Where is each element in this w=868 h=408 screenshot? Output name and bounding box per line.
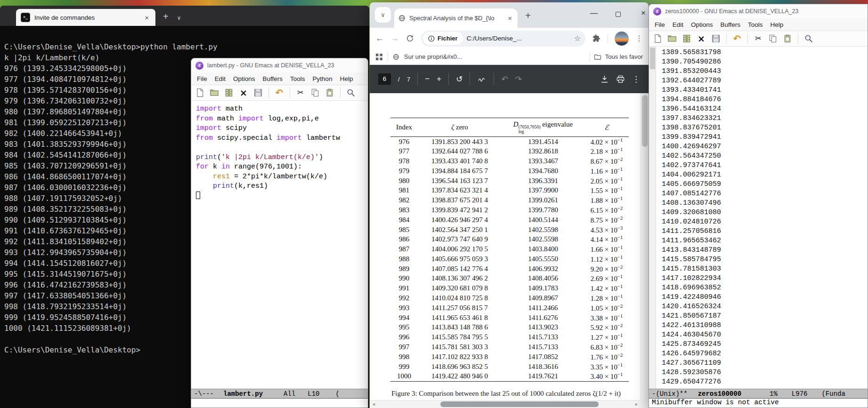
- lambert-menubar[interactable]: FileEditOptionsBuffersToolsPythonHelp: [191, 72, 368, 85]
- lambert-code[interactable]: import mathfrom math import log,exp,pi,e…: [191, 101, 368, 389]
- cell-eigenvalue: 1402.5598: [502, 225, 584, 235]
- lambert-toolbar[interactable]: ×↶✂: [191, 85, 368, 101]
- paste-icon[interactable]: [324, 87, 335, 98]
- table-row: 9761391.853 200 443 31391.45144.02 × 10−…: [390, 136, 629, 146]
- pdf-page-input[interactable]: 6: [378, 73, 391, 85]
- tab-search-chevron-icon[interactable]: ∨: [375, 7, 391, 23]
- scroll-right-icon[interactable]: ►: [633, 402, 641, 407]
- profile-avatar[interactable]: [615, 32, 629, 46]
- table-row: 9791394.884 184 675 71394.76801.16 × 10−…: [390, 166, 629, 176]
- cut-icon[interactable]: ✂: [295, 87, 306, 98]
- download-icon[interactable]: [600, 75, 609, 84]
- tab-close-icon[interactable]: ×: [506, 14, 513, 22]
- scrollbar-thumb[interactable]: [440, 401, 599, 407]
- table-row: 9891407.085 142 776 41406.99329.20 × 10−…: [390, 264, 629, 274]
- zeros-buffer-text[interactable]: 1389.5658317981390.7054902861391.8532004…: [656, 47, 868, 389]
- buffer-line: 1399.839472941: [662, 133, 868, 142]
- terminal-tab[interactable]: >_ Invite de commandes ×: [16, 9, 155, 26]
- menu-item-buffers[interactable]: Buffers: [717, 21, 745, 28]
- zoom-in-button[interactable]: +: [437, 74, 441, 84]
- save-icon[interactable]: [710, 33, 722, 44]
- menu-item-buffers[interactable]: Buffers: [259, 75, 287, 82]
- redo-icon[interactable]: ↷: [515, 74, 522, 84]
- search-icon[interactable]: [345, 87, 357, 98]
- zeros-menubar[interactable]: FileEditOptionsBuffersToolsHelp: [649, 18, 868, 31]
- save-icon[interactable]: [252, 87, 264, 98]
- new-tab-button[interactable]: +: [525, 10, 531, 21]
- zeros-scrollbar[interactable]: [649, 47, 656, 389]
- figure-caption: Figure 3: Comparison between the last 25…: [391, 390, 627, 398]
- scrollbar-thumb[interactable]: [642, 95, 648, 147]
- undo-icon[interactable]: ↶: [501, 74, 508, 84]
- annotate-pen-icon[interactable]: [477, 74, 487, 84]
- search-icon[interactable]: [803, 33, 814, 44]
- close-buffer-icon[interactable]: ×: [238, 87, 249, 98]
- zoom-out-button[interactable]: −: [425, 74, 430, 84]
- menu-item-edit[interactable]: Edit: [211, 75, 229, 82]
- pdf-toolbar-separator: [470, 73, 470, 85]
- menu-item-tools[interactable]: Tools: [286, 75, 309, 82]
- new-tab-button[interactable]: +: [163, 11, 169, 22]
- emacs-zeros-titlebar[interactable]: ε zeros100000 - GNU Emacs at DENISE_VELL…: [649, 4, 868, 18]
- paste-icon[interactable]: [782, 33, 793, 44]
- url-scheme-chip[interactable]: Fichier: [423, 32, 463, 45]
- copy-icon[interactable]: [309, 87, 321, 98]
- pdf-menu-icon[interactable]: ⋮: [632, 74, 640, 84]
- rotate-icon[interactable]: ↺: [456, 74, 462, 84]
- bookmark-item[interactable]: Sur une propri&#x0...: [404, 53, 462, 60]
- tab-close-icon[interactable]: ×: [143, 14, 151, 22]
- pdf-vertical-scrollbar[interactable]: [641, 93, 649, 400]
- scrollbar-thumb[interactable]: [650, 48, 655, 69]
- open-folder-icon[interactable]: [209, 87, 220, 98]
- emacs-lambert-titlebar[interactable]: ε lambert.py - GNU Emacs at DENISE_VELLA…: [191, 58, 368, 72]
- open-folder-icon[interactable]: [666, 33, 678, 44]
- forward-icon[interactable]: →: [390, 33, 399, 43]
- dired-icon[interactable]: [681, 33, 692, 44]
- browser-tab[interactable]: Spectral Analysis of the $D_{\lo ×: [394, 8, 518, 28]
- browser-menu-icon[interactable]: ⋮: [635, 34, 643, 43]
- cell-zeta-zero: 1410.024 810 725 8: [418, 293, 502, 303]
- pdf-horizontal-scrollbar[interactable]: ◄ ►: [370, 400, 641, 408]
- terminal-tab-bar[interactable]: >_ Invite de commandes × + ∨: [0, 6, 369, 26]
- menu-item-options[interactable]: Options: [229, 75, 259, 82]
- cut-icon[interactable]: ✂: [753, 33, 764, 44]
- new-file-icon[interactable]: [652, 33, 663, 44]
- minimize-icon[interactable]: —: [590, 9, 598, 17]
- dired-icon[interactable]: [223, 87, 235, 98]
- apps-grid-icon[interactable]: [375, 53, 383, 61]
- table-row: 9801396.544 163 123 71396.33912.05 × 10−…: [390, 176, 629, 186]
- menu-item-tools[interactable]: Tools: [744, 21, 767, 28]
- copy-icon[interactable]: [767, 33, 779, 44]
- cell-zeta-zero: 1411.257 056 815 7: [418, 303, 502, 313]
- undo-icon[interactable]: ↶: [274, 87, 285, 98]
- menu-item-options[interactable]: Options: [687, 21, 717, 28]
- cell-zeta-zero: 1397.834 623 321 4: [418, 185, 502, 195]
- menu-item-file[interactable]: File: [651, 21, 669, 28]
- cell-index: 993: [390, 303, 418, 313]
- back-icon[interactable]: ←: [375, 33, 384, 43]
- chevron-down-icon[interactable]: ∨: [177, 15, 181, 21]
- undo-icon[interactable]: ↶: [731, 33, 743, 44]
- zeros-toolbar[interactable]: ×↶✂: [649, 31, 868, 47]
- maximize-icon[interactable]: [616, 12, 621, 17]
- menu-item-file[interactable]: File: [193, 75, 211, 82]
- menu-item-help[interactable]: Help: [336, 75, 357, 82]
- menu-item-edit[interactable]: Edit: [669, 21, 687, 28]
- cell-error: 2.05 × 10−1: [584, 176, 629, 186]
- cell-eigenvalue: 1415.7133: [502, 332, 584, 342]
- close-buffer-icon[interactable]: ×: [696, 33, 707, 44]
- bookmark-star-icon[interactable]: ☆: [574, 34, 581, 43]
- scroll-left-icon[interactable]: ◄: [370, 402, 378, 407]
- all-bookmarks-label[interactable]: Tous les favor: [605, 53, 643, 60]
- browser-tabstrip[interactable]: ∨ Spectral Analysis of the $D_{\lo × + —…: [370, 2, 649, 28]
- close-icon[interactable]: ×: [641, 8, 646, 18]
- reload-icon[interactable]: [406, 34, 414, 43]
- extensions-icon[interactable]: [592, 34, 601, 43]
- code-line: from math import log,exp,pi,e: [196, 114, 368, 124]
- new-file-icon[interactable]: [194, 87, 205, 98]
- cell-eigenvalue: 1400.5144: [502, 215, 584, 225]
- url-bar[interactable]: Fichier C:/Users/Denise_... ☆: [421, 31, 585, 47]
- menu-item-help[interactable]: Help: [767, 21, 787, 28]
- print-icon[interactable]: [616, 75, 625, 84]
- menu-item-python[interactable]: Python: [309, 75, 336, 82]
